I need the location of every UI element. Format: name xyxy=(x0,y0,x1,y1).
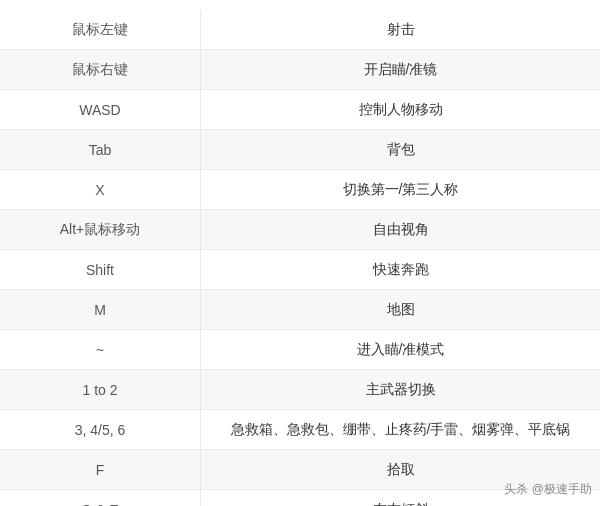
key-column: Alt+鼠标移动 xyxy=(0,211,200,249)
table-row: Alt+鼠标移动自由视角 xyxy=(0,210,600,250)
key-column: Tab xyxy=(0,132,200,168)
watermark: 头杀 @极速手助 xyxy=(504,481,592,498)
key-column: 1 to 2 xyxy=(0,372,200,408)
key-column: WASD xyxy=(0,92,200,128)
action-column: 射击 xyxy=(201,11,600,49)
action-column: 地图 xyxy=(201,291,600,329)
action-column: 控制人物移动 xyxy=(201,91,600,129)
action-column: 急救箱、急救包、绷带、止疼药/手雷、烟雾弹、平底锅 xyxy=(201,411,600,449)
table-row: 1 to 2主武器切换 xyxy=(0,370,600,410)
key-column: Shift xyxy=(0,252,200,288)
action-column: 切换第一/第三人称 xyxy=(201,171,600,209)
key-column: 鼠标左键 xyxy=(0,11,200,49)
table-row: WASD控制人物移动 xyxy=(0,90,600,130)
key-column: X xyxy=(0,172,200,208)
table-row: M地图 xyxy=(0,290,600,330)
action-column: 自由视角 xyxy=(201,211,600,249)
key-column: ~ xyxy=(0,332,200,368)
table-row: Tab背包 xyxy=(0,130,600,170)
action-column: 快速奔跑 xyxy=(201,251,600,289)
key-column: F xyxy=(0,452,200,488)
table-row: ~进入瞄/准模式 xyxy=(0,330,600,370)
key-column: 3, 4/5, 6 xyxy=(0,412,200,448)
key-column: M xyxy=(0,292,200,328)
table-row: 鼠标右键开启瞄/准镜 xyxy=(0,50,600,90)
table-row: 鼠标左键射击 xyxy=(0,10,600,50)
table-row: 3, 4/5, 6急救箱、急救包、绷带、止疼药/手雷、烟雾弹、平底锅 xyxy=(0,410,600,450)
keybindings-table: 鼠标左键射击鼠标右键开启瞄/准镜WASD控制人物移动Tab背包X切换第一/第三人… xyxy=(0,0,600,506)
table-row: X切换第一/第三人称 xyxy=(0,170,600,210)
action-column: 进入瞄/准模式 xyxy=(201,331,600,369)
table-row: Shift快速奔跑 xyxy=(0,250,600,290)
action-column: 背包 xyxy=(201,131,600,169)
action-column: 开启瞄/准镜 xyxy=(201,51,600,89)
key-column: 鼠标右键 xyxy=(0,51,200,89)
action-column: 主武器切换 xyxy=(201,371,600,409)
key-column: Q & E xyxy=(0,492,200,506)
